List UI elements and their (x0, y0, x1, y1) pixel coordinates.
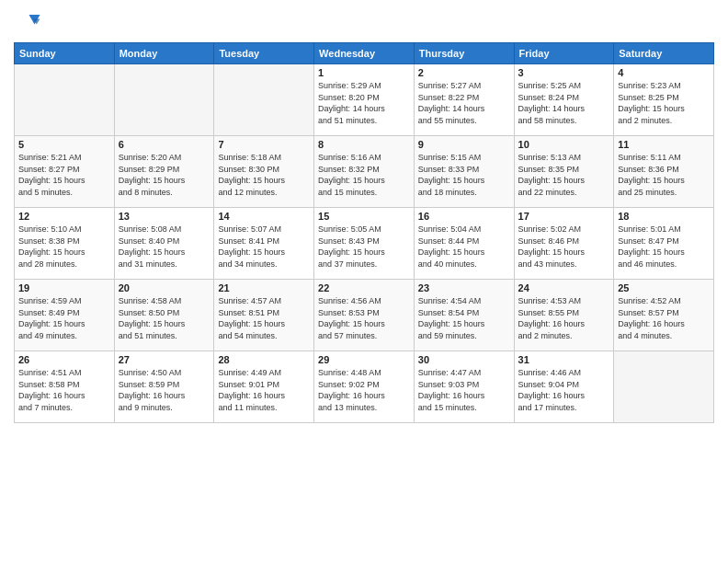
day-cell: 26Sunrise: 4:51 AM Sunset: 8:58 PM Dayli… (15, 351, 115, 423)
day-cell: 29Sunrise: 4:48 AM Sunset: 9:02 PM Dayli… (314, 351, 415, 423)
day-cell: 17Sunrise: 5:02 AM Sunset: 8:46 PM Dayli… (514, 208, 614, 280)
weekday-header-row: SundayMondayTuesdayWednesdayThursdayFrid… (15, 43, 714, 64)
day-cell: 7Sunrise: 5:18 AM Sunset: 8:30 PM Daylig… (214, 136, 314, 208)
day-cell (15, 64, 115, 136)
day-cell: 23Sunrise: 4:54 AM Sunset: 8:54 PM Dayli… (414, 280, 514, 351)
day-info: Sunrise: 5:05 AM Sunset: 8:43 PM Dayligh… (318, 224, 410, 270)
week-row-3: 12Sunrise: 5:10 AM Sunset: 8:38 PM Dayli… (15, 208, 714, 280)
day-number: 18 (618, 211, 710, 222)
day-cell (114, 64, 214, 136)
day-number: 20 (119, 282, 210, 293)
day-number: 8 (318, 139, 410, 150)
day-number: 13 (119, 211, 210, 222)
day-info: Sunrise: 5:04 AM Sunset: 8:44 PM Dayligh… (418, 224, 510, 270)
day-info: Sunrise: 5:23 AM Sunset: 8:25 PM Dayligh… (618, 80, 710, 126)
day-cell: 4Sunrise: 5:23 AM Sunset: 8:25 PM Daylig… (614, 64, 714, 136)
day-info: Sunrise: 4:49 AM Sunset: 9:01 PM Dayligh… (218, 367, 310, 413)
day-number: 1 (318, 67, 410, 78)
day-info: Sunrise: 5:25 AM Sunset: 8:24 PM Dayligh… (518, 80, 610, 126)
day-cell: 11Sunrise: 5:11 AM Sunset: 8:36 PM Dayli… (614, 136, 714, 208)
day-cell: 9Sunrise: 5:15 AM Sunset: 8:33 PM Daylig… (414, 136, 514, 208)
day-info: Sunrise: 5:01 AM Sunset: 8:47 PM Dayligh… (618, 224, 710, 270)
day-cell: 31Sunrise: 4:46 AM Sunset: 9:04 PM Dayli… (514, 351, 614, 423)
day-number: 4 (618, 67, 710, 78)
day-number: 7 (218, 139, 310, 150)
day-cell: 28Sunrise: 4:49 AM Sunset: 9:01 PM Dayli… (214, 351, 314, 423)
weekday-header-friday: Friday (514, 43, 614, 64)
day-cell: 20Sunrise: 4:58 AM Sunset: 8:50 PM Dayli… (114, 280, 214, 351)
weekday-header-saturday: Saturday (614, 43, 714, 64)
day-info: Sunrise: 5:08 AM Sunset: 8:40 PM Dayligh… (119, 224, 210, 270)
day-number: 27 (119, 354, 210, 365)
day-info: Sunrise: 5:02 AM Sunset: 8:46 PM Dayligh… (518, 224, 610, 270)
week-row-5: 26Sunrise: 4:51 AM Sunset: 8:58 PM Dayli… (15, 351, 714, 423)
day-number: 22 (318, 282, 410, 293)
day-cell: 5Sunrise: 5:21 AM Sunset: 8:27 PM Daylig… (15, 136, 115, 208)
day-cell: 13Sunrise: 5:08 AM Sunset: 8:40 PM Dayli… (114, 208, 214, 280)
day-cell: 10Sunrise: 5:13 AM Sunset: 8:35 PM Dayli… (514, 136, 614, 208)
day-number: 3 (518, 67, 610, 78)
day-number: 12 (18, 211, 110, 222)
weekday-header-wednesday: Wednesday (314, 43, 415, 64)
day-number: 16 (418, 211, 510, 222)
day-number: 25 (618, 282, 710, 293)
day-cell: 1Sunrise: 5:29 AM Sunset: 8:20 PM Daylig… (314, 64, 415, 136)
day-cell (614, 351, 714, 423)
week-row-1: 1Sunrise: 5:29 AM Sunset: 8:20 PM Daylig… (15, 64, 714, 136)
day-info: Sunrise: 4:57 AM Sunset: 8:51 PM Dayligh… (218, 295, 310, 341)
day-number: 17 (518, 211, 610, 222)
day-number: 21 (218, 282, 310, 293)
day-info: Sunrise: 4:48 AM Sunset: 9:02 PM Dayligh… (318, 367, 410, 413)
day-cell: 6Sunrise: 5:20 AM Sunset: 8:29 PM Daylig… (114, 136, 214, 208)
weekday-header-thursday: Thursday (414, 43, 514, 64)
header (14, 9, 714, 37)
day-info: Sunrise: 4:58 AM Sunset: 8:50 PM Dayligh… (119, 295, 210, 341)
day-number: 10 (518, 139, 610, 150)
day-cell: 24Sunrise: 4:53 AM Sunset: 8:55 PM Dayli… (514, 280, 614, 351)
day-number: 11 (618, 139, 710, 150)
day-number: 19 (18, 282, 110, 293)
day-cell (214, 64, 314, 136)
day-info: Sunrise: 4:50 AM Sunset: 8:59 PM Dayligh… (119, 367, 210, 413)
day-info: Sunrise: 4:54 AM Sunset: 8:54 PM Dayligh… (418, 295, 510, 341)
day-info: Sunrise: 5:07 AM Sunset: 8:41 PM Dayligh… (218, 224, 310, 270)
day-info: Sunrise: 4:46 AM Sunset: 9:04 PM Dayligh… (518, 367, 610, 413)
calendar-page: SundayMondayTuesdayWednesdayThursdayFrid… (0, 0, 728, 563)
day-number: 2 (418, 67, 510, 78)
day-info: Sunrise: 5:18 AM Sunset: 8:30 PM Dayligh… (218, 152, 310, 198)
day-info: Sunrise: 5:16 AM Sunset: 8:32 PM Dayligh… (318, 152, 410, 198)
day-number: 31 (518, 354, 610, 365)
day-cell: 15Sunrise: 5:05 AM Sunset: 8:43 PM Dayli… (314, 208, 415, 280)
day-info: Sunrise: 4:53 AM Sunset: 8:55 PM Dayligh… (518, 295, 610, 341)
day-info: Sunrise: 4:56 AM Sunset: 8:53 PM Dayligh… (318, 295, 410, 341)
week-row-4: 19Sunrise: 4:59 AM Sunset: 8:49 PM Dayli… (15, 280, 714, 351)
day-number: 9 (418, 139, 510, 150)
day-cell: 12Sunrise: 5:10 AM Sunset: 8:38 PM Dayli… (15, 208, 115, 280)
logo (14, 9, 43, 37)
week-row-2: 5Sunrise: 5:21 AM Sunset: 8:27 PM Daylig… (15, 136, 714, 208)
day-cell: 3Sunrise: 5:25 AM Sunset: 8:24 PM Daylig… (514, 64, 614, 136)
day-cell: 18Sunrise: 5:01 AM Sunset: 8:47 PM Dayli… (614, 208, 714, 280)
day-number: 29 (318, 354, 410, 365)
weekday-header-tuesday: Tuesday (214, 43, 314, 64)
day-info: Sunrise: 5:29 AM Sunset: 8:20 PM Dayligh… (318, 80, 410, 126)
logo-icon (14, 9, 41, 37)
day-cell: 27Sunrise: 4:50 AM Sunset: 8:59 PM Dayli… (114, 351, 214, 423)
day-cell: 19Sunrise: 4:59 AM Sunset: 8:49 PM Dayli… (15, 280, 115, 351)
day-info: Sunrise: 4:51 AM Sunset: 8:58 PM Dayligh… (18, 367, 110, 413)
day-info: Sunrise: 5:20 AM Sunset: 8:29 PM Dayligh… (119, 152, 210, 198)
day-number: 28 (218, 354, 310, 365)
day-cell: 21Sunrise: 4:57 AM Sunset: 8:51 PM Dayli… (214, 280, 314, 351)
day-info: Sunrise: 4:52 AM Sunset: 8:57 PM Dayligh… (618, 295, 710, 341)
day-info: Sunrise: 4:59 AM Sunset: 8:49 PM Dayligh… (18, 295, 110, 341)
day-info: Sunrise: 5:10 AM Sunset: 8:38 PM Dayligh… (18, 224, 110, 270)
day-cell: 14Sunrise: 5:07 AM Sunset: 8:41 PM Dayli… (214, 208, 314, 280)
weekday-header-sunday: Sunday (15, 43, 115, 64)
weekday-header-monday: Monday (114, 43, 214, 64)
day-number: 6 (119, 139, 210, 150)
day-cell: 30Sunrise: 4:47 AM Sunset: 9:03 PM Dayli… (414, 351, 514, 423)
day-number: 23 (418, 282, 510, 293)
day-info: Sunrise: 4:47 AM Sunset: 9:03 PM Dayligh… (418, 367, 510, 413)
day-number: 15 (318, 211, 410, 222)
day-number: 14 (218, 211, 310, 222)
